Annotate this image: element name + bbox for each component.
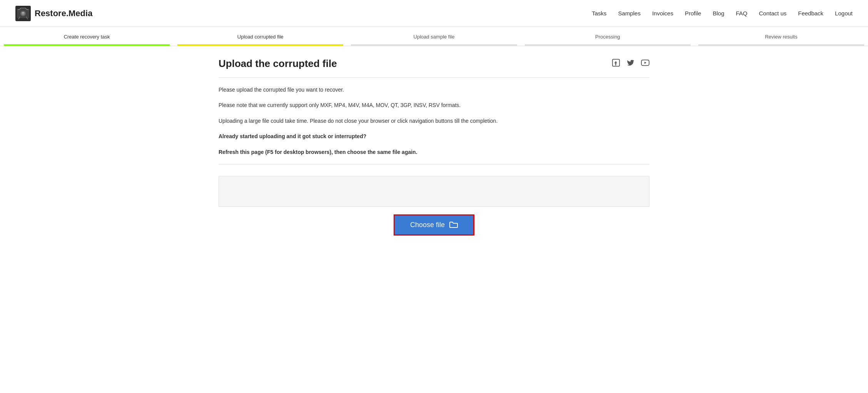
nav-invoices[interactable]: Invoices [652,10,673,17]
facebook-icon[interactable] [612,59,620,69]
main-nav: Tasks Samples Invoices Profile Blog FAQ … [592,10,853,17]
step-processing[interactable]: Processing [521,27,694,46]
choose-file-label: Choose file [410,221,445,229]
twitter-icon[interactable] [626,59,635,69]
nav-blog[interactable]: Blog [713,10,724,17]
folder-icon [449,221,458,228]
logo-text: Restore.Media [35,8,92,18]
choose-file-button[interactable]: Choose file [394,214,474,236]
divider-bottom [219,164,649,164]
description-3: Uploading a large file could take time. … [219,117,649,125]
header: Restore.Media Tasks Samples Invoices Pro… [0,0,868,27]
nav-faq[interactable]: FAQ [736,10,748,17]
youtube-icon[interactable] [641,59,649,69]
step-upload-corrupted-file[interactable]: Upload corrupted file [174,27,347,46]
step-underline-5 [698,44,864,46]
description-section: Please upload the corrupted file you wan… [219,85,649,156]
step-review-results[interactable]: Review results [694,27,868,46]
logo-area: Restore.Media [15,6,92,21]
step-underline-3 [351,44,517,46]
divider-top [219,77,649,78]
description-2: Please note that we currently support on… [219,101,649,109]
nav-feedback[interactable]: Feedback [798,10,823,17]
step-underline-1 [4,44,170,46]
step-upload-sample-file[interactable]: Upload sample file [347,27,521,46]
main-content: Upload the corrupted file [203,46,665,247]
nav-samples[interactable]: Samples [618,10,641,17]
nav-tasks[interactable]: Tasks [592,10,606,17]
step-underline-4 [525,44,691,46]
logo-icon [15,6,31,21]
nav-logout[interactable]: Logout [835,10,853,17]
svg-marker-5 [644,62,646,64]
nav-contact-us[interactable]: Contact us [759,10,787,17]
bold-text-1: Already started uploading and it got stu… [219,132,649,140]
step-underline-2 [177,44,343,46]
steps-bar: Create recovery task Upload corrupted fi… [0,27,868,46]
page-header: Upload the corrupted file [219,58,649,70]
social-icons [612,59,649,69]
choose-file-wrapper: Choose file [219,214,649,236]
page-title: Upload the corrupted file [219,58,337,70]
upload-area [219,176,649,207]
nav-profile[interactable]: Profile [685,10,701,17]
description-1: Please upload the corrupted file you wan… [219,85,649,94]
step-create-recovery-task[interactable]: Create recovery task [0,27,174,46]
bold-text-2: Refresh this page (F5 for desktop browse… [219,148,649,156]
